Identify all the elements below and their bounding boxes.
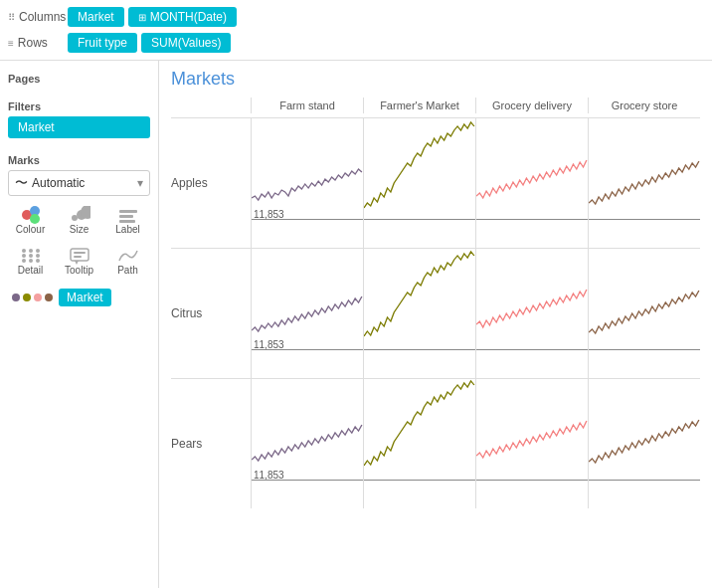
marks-title: Marks: [8, 154, 150, 166]
svg-point-13: [29, 249, 33, 253]
sum-values-pill[interactable]: SUM(Values): [141, 33, 231, 53]
size-mark-item[interactable]: Size: [57, 202, 101, 239]
svg-rect-6: [119, 210, 137, 213]
citrus-farmers-market-cell: [363, 249, 475, 378]
apples-farm-sparkline: [252, 118, 363, 248]
svg-point-2: [30, 214, 40, 224]
svg-point-14: [36, 249, 40, 253]
citrus-farm-stand-cell: 11,853: [251, 249, 363, 378]
filter-market-label: Market: [18, 120, 55, 134]
pears-cells: 11,853: [251, 379, 700, 508]
market-pill[interactable]: Market: [68, 7, 124, 27]
pears-farmers-market-cell: [363, 379, 475, 508]
size-icon: [69, 206, 90, 224]
chart-area: Markets Farm stand Farmer's Market Groce…: [159, 61, 712, 588]
rows-text: Rows: [18, 36, 48, 50]
chart-row-pears: Pears 11,853: [171, 378, 700, 508]
apples-cells: 11,853: [251, 118, 700, 248]
svg-rect-7: [119, 215, 133, 218]
tooltip-mark-item[interactable]: Tooltip: [57, 243, 101, 280]
fruit-type-pill-label: Fruit type: [78, 36, 127, 50]
label-mark-item[interactable]: Label: [105, 202, 150, 239]
month-pill-label: MONTH(Date): [150, 10, 227, 24]
color-dots: [12, 294, 53, 301]
chart-row-apples: Apples 11,853: [171, 117, 700, 248]
row-label-pears: Pears: [171, 379, 251, 508]
rows-label: ≡ Rows: [8, 36, 68, 50]
svg-point-12: [22, 249, 26, 253]
chart-title: Markets: [171, 69, 700, 90]
svg-point-15: [22, 259, 26, 263]
citrus-grocery-store-cell: [588, 249, 700, 378]
dot-olive: [23, 294, 31, 301]
marks-section: Marks 〜 Automatic ▾ Co: [8, 150, 150, 309]
svg-point-9: [22, 254, 26, 258]
sum-values-pill-label: SUM(Values): [151, 36, 221, 50]
detail-mark-item[interactable]: Detail: [8, 243, 53, 280]
apples-label: Apples: [171, 176, 208, 190]
citrus-cells: 11,853: [251, 249, 700, 378]
label-label: Label: [115, 224, 139, 235]
month-date-pill[interactable]: ⊞ MONTH(Date): [128, 7, 237, 27]
svg-rect-21: [74, 256, 82, 258]
apples-gd-sparkline: [476, 118, 588, 248]
chart-row-citrus: Citrus 11,853: [171, 248, 700, 378]
row-label-apples: Apples: [171, 118, 251, 248]
rows-icon: ≡: [8, 38, 14, 49]
path-label: Path: [117, 265, 138, 276]
pears-farm-sparkline: [252, 379, 363, 508]
filters-section: Filters Market: [8, 97, 150, 138]
svg-rect-20: [74, 252, 86, 254]
filters-title: Filters: [8, 100, 150, 112]
pears-grocery-store-cell: [588, 379, 700, 508]
marks-grid: Colour Size: [8, 202, 150, 280]
dot-brown: [45, 294, 53, 301]
toolbar: ⠿ Columns Market ⊞ MONTH(Date) ≡ Rows Fr…: [0, 0, 712, 61]
columns-text: Columns: [19, 10, 66, 24]
svg-rect-18: [71, 249, 89, 261]
citrus-farm-sparkline: [252, 249, 363, 378]
apples-gs-sparkline: [589, 118, 700, 248]
marks-auto-label: Automatic: [32, 176, 85, 190]
svg-point-17: [36, 259, 40, 263]
header-farmers-market: Farmer's Market: [363, 98, 475, 113]
header-grocery-delivery: Grocery delivery: [475, 98, 588, 113]
dot-purple: [12, 294, 20, 301]
chart-column-headers: Farm stand Farmer's Market Grocery deliv…: [251, 98, 700, 113]
sidebar: Pages Filters Market Marks 〜 Automatic ▾: [0, 61, 159, 588]
market-color-label: Market: [67, 291, 103, 304]
fruit-type-pill[interactable]: Fruit type: [68, 33, 137, 53]
size-label: Size: [70, 224, 89, 235]
header-farm-stand: Farm stand: [251, 98, 363, 113]
citrus-fm-sparkline: [364, 249, 475, 378]
app-container: ⠿ Columns Market ⊞ MONTH(Date) ≡ Rows Fr…: [0, 0, 712, 588]
apples-fm-sparkline: [364, 118, 475, 248]
apples-grocery-delivery-cell: [475, 118, 588, 248]
marks-market-pill[interactable]: Market: [59, 289, 111, 306]
calendar-icon: ⊞: [138, 12, 146, 23]
rows-row: ≡ Rows Fruit type SUM(Values): [8, 30, 704, 56]
dot-pink: [34, 294, 42, 301]
marks-color-row: Market: [8, 286, 150, 309]
colour-label: Colour: [16, 224, 45, 235]
filter-market-pill[interactable]: Market: [8, 116, 150, 138]
svg-point-10: [29, 254, 33, 258]
svg-rect-8: [119, 220, 135, 223]
detail-label: Detail: [18, 265, 44, 276]
colour-mark-item[interactable]: Colour: [8, 202, 53, 239]
row-label-citrus: Citrus: [171, 249, 251, 378]
citrus-gs-sparkline: [589, 249, 700, 378]
pages-title: Pages: [8, 73, 150, 85]
main-area: Pages Filters Market Marks 〜 Automatic ▾: [0, 61, 712, 588]
path-mark-item[interactable]: Path: [105, 243, 150, 280]
columns-label: ⠿ Columns: [8, 10, 68, 24]
columns-icon: ⠿: [8, 12, 15, 23]
marks-type-dropdown[interactable]: 〜 Automatic ▾: [8, 170, 150, 196]
tooltip-label: Tooltip: [65, 265, 93, 276]
svg-point-16: [29, 259, 33, 263]
apples-farm-stand-cell: 11,853: [251, 118, 363, 248]
citrus-grocery-delivery-cell: [475, 249, 588, 378]
apples-grocery-store-cell: [588, 118, 700, 248]
pears-farm-stand-cell: 11,853: [251, 379, 363, 508]
pears-label: Pears: [171, 437, 202, 451]
